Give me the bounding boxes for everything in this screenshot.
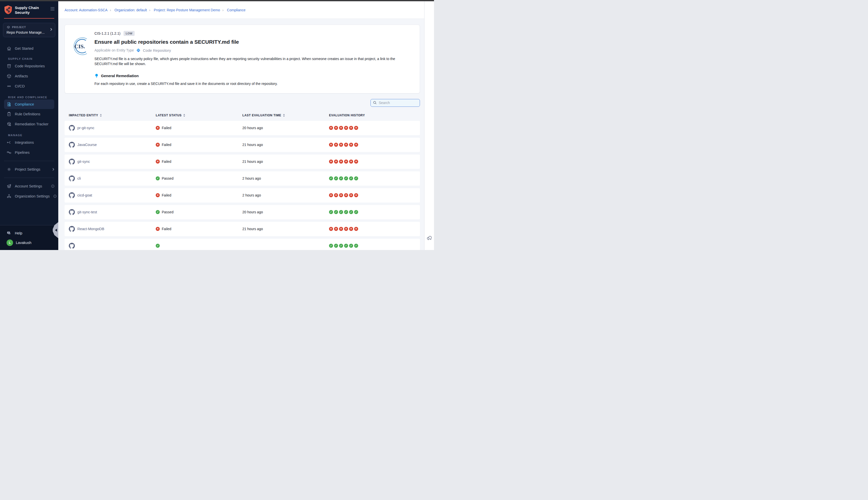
history-status-icon [344,244,348,248]
github-icon [69,192,75,198]
entity-name[interactable]: pr-git-sync [77,126,94,130]
evaluation-history [329,244,420,248]
home-icon [7,46,12,51]
status-icon [156,126,160,130]
github-icon [69,243,75,249]
entity-name[interactable]: git-sync [77,160,90,163]
evaluation-history [329,143,420,147]
user-menu[interactable]: L Lavakush [0,238,58,248]
table-row[interactable]: JavaCourse Failed 21 hours ago [65,138,420,152]
sidebar-item-account-settings[interactable]: Account Settings [0,181,58,191]
svg-text:</>: </> [137,49,140,51]
sidebar-item-code-repositories[interactable]: Code Repositories [0,61,58,71]
table-row[interactable]: git-sync-test Passed 20 hours ago [65,205,420,219]
lightbulb-icon [94,73,99,78]
entity-type[interactable]: Code Repository [143,48,171,53]
sidebar-item-get-started[interactable]: Get Started [0,44,58,54]
info-icon[interactable] [51,184,55,188]
sort-icon[interactable] [283,114,285,117]
evaluation-time: 20 hours ago [242,210,329,214]
breadcrumb-separator: › [147,8,153,12]
sidebar-item-project-settings[interactable]: Project Settings [0,164,58,174]
entity-name[interactable]: React-MongoDB [77,227,104,231]
compliance-document-search-icon [7,102,12,107]
history-status-icon [334,143,338,147]
entity-name[interactable]: cli [77,177,81,180]
project-selector[interactable]: PROJECT Repo Posture Manage... [3,23,55,37]
table-row[interactable]: pr-git-sync Failed 20 hours ago [65,121,420,135]
history-status-icon [344,210,348,214]
history-status-icon [329,227,333,231]
github-icon [69,226,75,232]
entity-name[interactable]: cicd-goat [77,193,92,197]
info-icon[interactable] [53,194,57,198]
chat-support-icon[interactable] [427,235,432,242]
history-status-icon [334,160,338,163]
search-box [370,99,420,107]
table-row[interactable]: cli Passed 2 hours ago [65,171,420,186]
history-status-icon [349,177,353,180]
sidebar-item-help[interactable]: ? Help [0,228,58,238]
sidebar-item-remediation-tracker[interactable]: Remediation Tracker [0,119,58,129]
status-icon [156,244,160,248]
history-status-icon [354,143,358,147]
table-row[interactable]: cicd-goat Failed 2 hours ago [65,188,420,203]
remediation-heading: General Remediation [101,73,139,78]
breadcrumb-compliance[interactable]: Compliance [227,8,246,12]
sidebar-item-cicd[interactable]: CI/CD [0,81,58,91]
sidebar-item-integrations[interactable]: Integrations [0,137,58,147]
history-status-icon [354,193,358,197]
status-icon [156,143,160,147]
sidebar-item-pipelines[interactable]: Pipelines [0,147,58,158]
status-icon [156,160,160,163]
evaluation-time: 2 hours ago [242,177,329,180]
svg-text:?: ? [8,232,9,234]
column-header-impacted-entity[interactable]: IMPACTED ENTITY [65,114,156,117]
history-status-icon [339,143,343,147]
rule-description: SECURITY.md file is a security policy fi… [94,56,413,67]
sidebar-item-label: Project Settings [15,167,40,171]
status-label: Failed [162,126,171,130]
search-icon [373,101,377,105]
sort-icon[interactable] [100,114,102,117]
entity-name[interactable]: git-sync-test [77,210,97,214]
rule-id: CIS-1.2.1 (1.2.1) [94,31,120,35]
column-header-last-evaluation-time[interactable]: LAST EVALUATION TIME [242,114,329,117]
history-status-icon [354,177,358,180]
module-grid-icon[interactable] [50,5,55,12]
brand-header: Supply Chain Security [0,1,58,15]
history-status-icon [349,126,353,130]
sidebar-item-compliance[interactable]: Compliance [4,100,54,109]
history-status-icon [334,126,338,130]
breadcrumb-organization[interactable]: Organization: default [115,8,147,12]
sidebar-item-organization-settings[interactable]: Organization Settings [0,191,58,201]
history-status-icon [349,143,353,147]
user-avatar: L [7,239,13,246]
sidebar-item-label: Integrations [15,140,34,145]
sidebar-item-label: Code Repositories [15,64,45,68]
entity-name[interactable]: JavaCourse [77,143,97,147]
history-status-icon [334,210,338,214]
sidebar-item-artifacts[interactable]: Artifacts [0,71,58,81]
cis-logo: CIS. [71,36,90,57]
evaluation-time: 20 hours ago [242,126,329,130]
history-status-icon [344,193,348,197]
history-status-icon [354,244,358,248]
github-icon [69,209,75,215]
sidebar-item-rule-definitions[interactable]: Rule Definitions [0,109,58,119]
column-header-latest-status[interactable]: LATEST STATUS [156,114,242,117]
breadcrumb-account[interactable]: Account: Automation-SSCA [65,8,107,12]
sort-icon[interactable] [183,114,185,117]
status-icon [156,227,160,231]
search-input[interactable] [379,101,417,105]
sidebar-item-label: Rule Definitions [15,112,40,116]
evaluation-history [329,160,420,163]
nav-divider [4,161,54,161]
table-row[interactable] [65,239,420,250]
table-row[interactable]: git-sync Failed 21 hours ago [65,155,420,169]
gear-icon [7,167,12,172]
breadcrumb-project[interactable]: Project: Repo Posture Management Demo [154,8,220,12]
evaluation-time: 21 hours ago [242,227,329,231]
table-row[interactable]: React-MongoDB Failed 21 hours ago [65,222,420,236]
pipelines-icon [7,150,12,155]
